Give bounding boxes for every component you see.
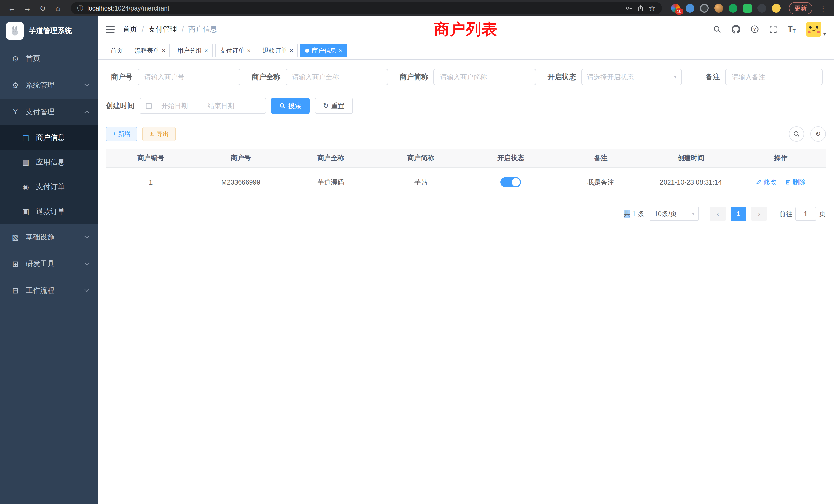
next-page-button[interactable]: › — [751, 207, 767, 221]
tab-merchant-info[interactable]: 商户信息× — [301, 44, 347, 57]
chevron-down-icon — [85, 234, 89, 239]
font-size-icon[interactable]: TT — [788, 25, 796, 33]
goto-page-input[interactable] — [795, 207, 816, 221]
active-tab-dot — [305, 48, 309, 53]
extension-icon-1[interactable]: 10 — [671, 4, 680, 13]
browser-menu-icon[interactable]: ⋮ — [817, 4, 829, 13]
app-logo[interactable]: 芋道管理系统 — [0, 17, 97, 45]
extension-icon-6[interactable] — [743, 4, 752, 13]
tab-home[interactable]: 首页 — [106, 44, 127, 57]
toggle-search-icon[interactable] — [789, 126, 804, 142]
search-icon[interactable] — [713, 25, 721, 33]
extension-icon-3[interactable] — [700, 4, 709, 13]
date-start-input[interactable] — [156, 102, 194, 110]
cell-create-time: 2021-10-23 08:31:14 — [646, 167, 736, 197]
sidebar-item-infrastructure[interactable]: ▧ 基础设施 — [0, 224, 97, 250]
cell-short-name: 芋艿 — [376, 167, 466, 197]
sidebar-item-merchant-info[interactable]: ▤ 商户信息 — [0, 125, 97, 150]
date-end-input[interactable] — [202, 102, 240, 110]
github-icon[interactable] — [731, 25, 740, 33]
total-text: 共 1 条 — [624, 209, 644, 219]
app-title: 芋道管理系统 — [29, 26, 72, 36]
reset-button[interactable]: ↻ 重置 — [315, 97, 353, 114]
sidebar-item-refund-order[interactable]: ▣ 退款订单 — [0, 199, 97, 224]
col-actions: 操作 — [736, 149, 826, 167]
refresh-table-icon[interactable]: ↻ — [810, 126, 826, 142]
forward-icon[interactable]: → — [21, 2, 34, 15]
page-1-button[interactable]: 1 — [731, 207, 746, 221]
close-icon[interactable]: × — [339, 47, 343, 54]
table-row: 1 M233666999 芋道源码 芋艿 我是备注 2021-10-23 08:… — [106, 167, 826, 197]
order-target-icon: ◉ — [22, 183, 30, 191]
breadcrumb-payment[interactable]: 支付管理 — [148, 24, 177, 34]
home-icon[interactable]: ⌂ — [51, 2, 65, 15]
col-short-name: 商户简称 — [376, 149, 466, 167]
address-bar[interactable]: ⓘ localhost:1024/pay/merchant ☆ — [71, 2, 662, 14]
breadcrumb-merchant: 商户信息 — [189, 24, 217, 34]
tab-user-group[interactable]: 用户分组× — [173, 44, 213, 57]
sidebar-item-system[interactable]: ⚙ 系统管理 — [0, 72, 97, 98]
short-name-input[interactable] — [434, 69, 536, 85]
tab-pay-order[interactable]: 支付订单× — [215, 44, 255, 57]
gear-icon: ⚙ — [11, 81, 20, 90]
sidebar-item-home[interactable]: ⊙ 首页 — [0, 45, 97, 72]
tab-refund-order[interactable]: 退款订单× — [258, 44, 298, 57]
yen-icon: ¥ — [11, 108, 20, 116]
sidebar-item-payment[interactable]: ¥ 支付管理 — [0, 98, 97, 125]
extension-icon-4[interactable] — [714, 4, 723, 13]
sidebar-item-pay-order[interactable]: ◉ 支付订单 — [0, 175, 97, 199]
sidebar-item-workflow[interactable]: ⊟ 工作流程 — [0, 277, 97, 304]
status-toggle[interactable] — [501, 177, 521, 187]
status-select[interactable]: 请选择开启状态 ▾ — [581, 69, 682, 85]
logo-image — [6, 22, 24, 40]
extension-icon-7[interactable] — [758, 4, 766, 13]
filter-row-1: 商户号 商户全称 商户简称 开启状态 请选择开启状态 ▾ — [106, 69, 826, 85]
search-button[interactable]: 搜索 — [271, 97, 310, 114]
browser-toolbar: ← → ↻ ⌂ ⓘ localhost:1024/pay/merchant ☆ … — [0, 0, 834, 17]
password-key-icon[interactable] — [625, 4, 633, 12]
col-merchant-no: 商户号 — [196, 149, 286, 167]
delete-link[interactable]: 删除 — [785, 178, 806, 187]
export-button[interactable]: 导出 — [142, 127, 176, 141]
date-range-picker[interactable]: - — [140, 97, 266, 114]
page-content: 商户号 商户全称 商户简称 开启状态 请选择开启状态 ▾ — [97, 60, 834, 504]
add-button[interactable]: + 新增 — [106, 127, 137, 141]
share-icon[interactable] — [637, 5, 644, 12]
merchant-no-input[interactable] — [138, 69, 240, 85]
close-icon[interactable]: × — [204, 47, 208, 54]
breadcrumb-home[interactable]: 首页 — [123, 24, 137, 34]
sidebar-item-dev-tools[interactable]: ⊞ 研发工具 — [0, 250, 97, 277]
site-info-icon[interactable]: ⓘ — [77, 4, 83, 12]
top-header: 首页 / 支付管理 / 商户信息 商户列表 ? T — [97, 17, 834, 42]
cell-actions: 修改 删除 — [736, 167, 826, 197]
close-icon[interactable]: × — [247, 47, 250, 54]
prev-page-button[interactable]: ‹ — [710, 207, 726, 221]
sidebar: 芋道管理系统 ⊙ 首页 ⚙ 系统管理 ¥ 支付管理 ▤ 商户信息 — [0, 17, 97, 504]
help-icon[interactable]: ? — [750, 25, 759, 33]
extension-icon-5[interactable] — [729, 4, 738, 13]
user-avatar[interactable]: ▾ — [806, 22, 826, 37]
page-size-select[interactable]: 10条/页 ▾ — [650, 207, 699, 221]
full-name-input[interactable] — [286, 69, 388, 85]
close-icon[interactable]: × — [290, 47, 293, 54]
close-icon[interactable]: × — [162, 47, 166, 54]
fullscreen-icon[interactable] — [769, 25, 777, 33]
extension-icon-8[interactable] — [772, 4, 781, 13]
tab-process-form[interactable]: 流程表单× — [130, 44, 170, 57]
back-icon[interactable]: ← — [5, 2, 19, 15]
reload-icon[interactable]: ↻ — [36, 2, 49, 15]
browser-update-button[interactable]: 更新 — [789, 2, 812, 14]
edit-link[interactable]: 修改 — [756, 178, 777, 187]
sidebar-item-app-info[interactable]: ▦ 应用信息 — [0, 150, 97, 175]
svg-text:?: ? — [753, 27, 756, 32]
pagination: 共 1 条 10条/页 ▾ ‹ 1 › 前往 页 — [106, 207, 826, 221]
short-name-label: 商户简称 — [399, 72, 434, 82]
remark-input[interactable] — [725, 69, 823, 85]
calendar-icon — [145, 102, 153, 109]
bookmark-star-icon[interactable]: ☆ — [649, 3, 656, 13]
cell-remark: 我是备注 — [556, 167, 646, 197]
url-text[interactable]: localhost:1024/pay/merchant — [87, 5, 621, 12]
extension-icon-2[interactable] — [686, 4, 694, 13]
hamburger-icon[interactable] — [106, 26, 114, 32]
goto-page: 前往 页 — [779, 207, 826, 221]
